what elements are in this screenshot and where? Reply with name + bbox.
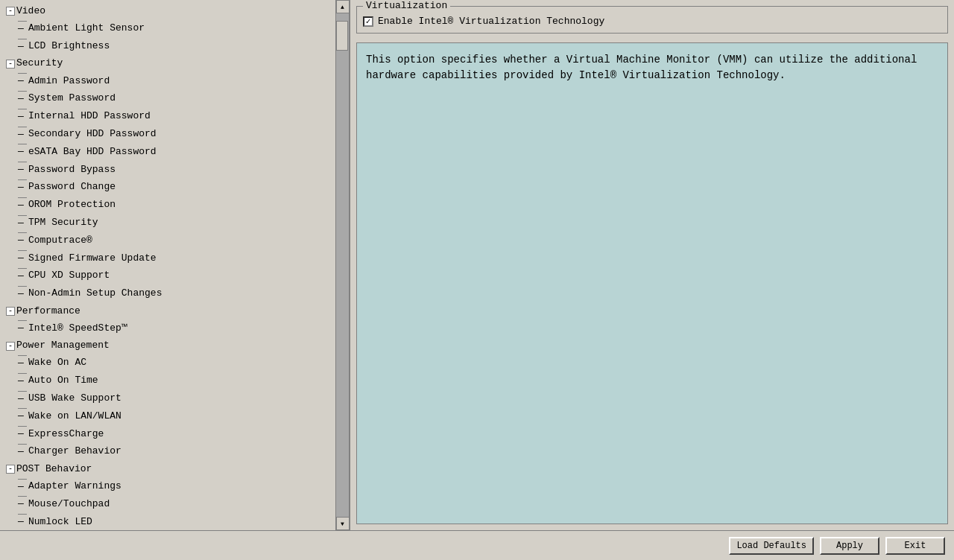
checkbox-label: Enable Intel® Virtualization Technology bbox=[378, 16, 604, 27]
dash-line-adapter-warnings: — bbox=[18, 479, 27, 495]
tree-label-power-management: Power Management bbox=[16, 338, 110, 354]
dash-line-signed-firmware-update: — bbox=[18, 250, 27, 267]
vertical-scrollbar[interactable]: ▲ ▼ bbox=[335, 0, 349, 530]
expand-icon-power-management[interactable]: - bbox=[6, 342, 15, 351]
dash-line-password-bypass: — bbox=[18, 162, 27, 178]
tree-label-performance: Performance bbox=[16, 304, 80, 319]
tree-item-security[interactable]: -Security bbox=[0, 55, 349, 72]
dash-line-password-change: — bbox=[18, 179, 27, 196]
expand-icon-video[interactable]: - bbox=[6, 7, 15, 16]
tree-label-intel-speedstep: Intel® SpeedStep™ bbox=[28, 321, 127, 337]
dash-line-wake-on-ac: — bbox=[18, 355, 27, 372]
tree-label-non-admin-setup-changes: Non-Admin Setup Changes bbox=[28, 286, 162, 302]
tree-item-expresscharge[interactable]: —ExpressCharge bbox=[0, 425, 349, 443]
tree-label-usb-wake-support: USB Wake Support bbox=[28, 391, 121, 407]
tree-item-video[interactable]: -Video bbox=[0, 3, 349, 20]
dash-line-lcd-brightness: — bbox=[18, 39, 27, 55]
tree-label-tpm-security: TPM Security bbox=[28, 215, 98, 231]
tree-label-cpu-xd-support: CPU XD Support bbox=[28, 268, 110, 284]
tree-label-admin-password: Admin Password bbox=[28, 74, 110, 89]
tree-label-orom-protection: OROM Protection bbox=[28, 197, 116, 213]
info-box: This option specifies whether a Virtual … bbox=[356, 42, 948, 524]
expand-icon-performance[interactable]: - bbox=[6, 307, 15, 316]
dash-line-wake-on-lan-wlan: — bbox=[18, 408, 27, 424]
tree-item-post-behavior[interactable]: -POST Behavior bbox=[0, 461, 349, 478]
tree-item-password-bypass[interactable]: —Password Bypass bbox=[0, 161, 349, 179]
tree-label-post-behavior: POST Behavior bbox=[16, 462, 92, 477]
expand-icon-security[interactable]: - bbox=[6, 60, 15, 69]
checkbox-row: ✓ Enable Intel® Virtualization Technolog… bbox=[363, 16, 941, 27]
expand-icon-post-behavior[interactable]: - bbox=[6, 465, 15, 474]
tree-item-mouse-touchpad[interactable]: —Mouse/Touchpad bbox=[0, 495, 349, 513]
tree-item-computrace[interactable]: —Computrace® bbox=[0, 232, 349, 249]
tree-item-lcd-brightness[interactable]: —LCD Brightness bbox=[0, 38, 349, 56]
dash-line-computrace: — bbox=[18, 232, 27, 249]
load-defaults-button[interactable]: Load Defaults bbox=[729, 537, 814, 555]
tree-item-secondary-hdd-password[interactable]: —Secondary HDD Password bbox=[0, 126, 349, 144]
dash-line-intel-speedstep: — bbox=[18, 320, 27, 337]
section-title: Virtualization bbox=[363, 0, 450, 11]
tree-item-wake-on-ac[interactable]: —Wake On AC bbox=[0, 354, 349, 372]
scroll-thumb[interactable] bbox=[336, 21, 348, 51]
tree-item-intel-speedstep[interactable]: —Intel® SpeedStep™ bbox=[0, 319, 349, 337]
scroll-up-button[interactable]: ▲ bbox=[336, 0, 350, 13]
tree-label-auto-on-time: Auto On Time bbox=[28, 373, 98, 389]
tree-item-esata-bay-hdd-password[interactable]: —eSATA Bay HDD Password bbox=[0, 143, 349, 161]
dash-line-tpm-security: — bbox=[18, 215, 27, 232]
left-panel: -Video—Ambient Light Sensor—LCD Brightne… bbox=[0, 0, 350, 530]
right-panel: Virtualization ✓ Enable Intel® Virtualiz… bbox=[350, 0, 954, 530]
dash-line-auto-on-time: — bbox=[18, 373, 27, 389]
info-text: This option specifies whether a Virtual … bbox=[366, 54, 917, 81]
scroll-track bbox=[336, 13, 350, 517]
dash-line-expresscharge: — bbox=[18, 426, 27, 442]
dash-line-usb-wake-support: — bbox=[18, 391, 27, 407]
tree-item-numlock-led[interactable]: —Numlock LED bbox=[0, 513, 349, 530]
section-content: ✓ Enable Intel® Virtualization Technolog… bbox=[363, 16, 941, 27]
tree-item-ambient-light-sensor[interactable]: —Ambient Light Sensor bbox=[0, 20, 349, 38]
dash-line-cpu-xd-support: — bbox=[18, 268, 27, 284]
tree-item-charger-behavior[interactable]: —Charger Behavior bbox=[0, 443, 349, 461]
exit-button[interactable]: Exit bbox=[885, 537, 945, 555]
tree-label-computrace: Computrace® bbox=[28, 233, 92, 249]
main-container: -Video—Ambient Light Sensor—LCD Brightne… bbox=[0, 0, 954, 530]
tree-item-system-password[interactable]: —System Password bbox=[0, 90, 349, 108]
tree-item-internal-hdd-password[interactable]: —Internal HDD Password bbox=[0, 108, 349, 126]
tree-item-password-change[interactable]: —Password Change bbox=[0, 179, 349, 197]
bottom-bar: Load Defaults Apply Exit bbox=[0, 530, 954, 560]
tree-label-esata-bay-hdd-password: eSATA Bay HDD Password bbox=[28, 144, 157, 160]
scroll-down-button[interactable]: ▼ bbox=[336, 517, 350, 530]
tree-item-orom-protection[interactable]: —OROM Protection bbox=[0, 197, 349, 214]
dash-line-system-password: — bbox=[18, 91, 27, 107]
tree-label-video: Video bbox=[16, 4, 45, 19]
apply-button[interactable]: Apply bbox=[820, 537, 879, 555]
tree-label-numlock-led: Numlock LED bbox=[28, 515, 92, 530]
dash-line-mouse-touchpad: — bbox=[18, 496, 27, 512]
tree-item-usb-wake-support[interactable]: —USB Wake Support bbox=[0, 390, 349, 408]
dash-line-ambient-light-sensor: — bbox=[18, 21, 27, 37]
tree-label-ambient-light-sensor: Ambient Light Sensor bbox=[28, 21, 145, 36]
tree-label-secondary-hdd-password: Secondary HDD Password bbox=[28, 127, 157, 142]
tree-item-tpm-security[interactable]: —TPM Security bbox=[0, 214, 349, 232]
tree-label-security: Security bbox=[16, 56, 63, 71]
tree-label-system-password: System Password bbox=[28, 91, 116, 106]
tree-item-non-admin-setup-changes[interactable]: —Non-Admin Setup Changes bbox=[0, 285, 349, 303]
dash-line-secondary-hdd-password: — bbox=[18, 127, 27, 143]
tree-label-wake-on-ac: Wake On AC bbox=[28, 355, 86, 371]
dash-line-esata-bay-hdd-password: — bbox=[18, 144, 27, 160]
tree-label-charger-behavior: Charger Behavior bbox=[28, 444, 121, 459]
virtualization-checkbox[interactable]: ✓ bbox=[363, 16, 373, 27]
tree-item-power-management[interactable]: -Power Management bbox=[0, 337, 349, 354]
tree-item-auto-on-time[interactable]: —Auto On Time bbox=[0, 372, 349, 390]
tree-label-adapter-warnings: Adapter Warnings bbox=[28, 479, 121, 494]
dash-line-admin-password: — bbox=[18, 73, 27, 89]
tree-item-adapter-warnings[interactable]: —Adapter Warnings bbox=[0, 478, 349, 496]
tree-label-internal-hdd-password: Internal HDD Password bbox=[28, 109, 151, 124]
tree-label-lcd-brightness: LCD Brightness bbox=[28, 39, 110, 54]
tree-item-wake-on-lan-wlan[interactable]: —Wake on LAN/WLAN bbox=[0, 407, 349, 425]
tree-item-cpu-xd-support[interactable]: —CPU XD Support bbox=[0, 267, 349, 285]
dash-line-numlock-led: — bbox=[18, 514, 27, 530]
tree-item-performance[interactable]: -Performance bbox=[0, 303, 349, 320]
tree-item-signed-firmware-update[interactable]: —Signed Firmware Update bbox=[0, 249, 349, 267]
dash-line-internal-hdd-password: — bbox=[18, 109, 27, 125]
tree-item-admin-password[interactable]: —Admin Password bbox=[0, 72, 349, 90]
